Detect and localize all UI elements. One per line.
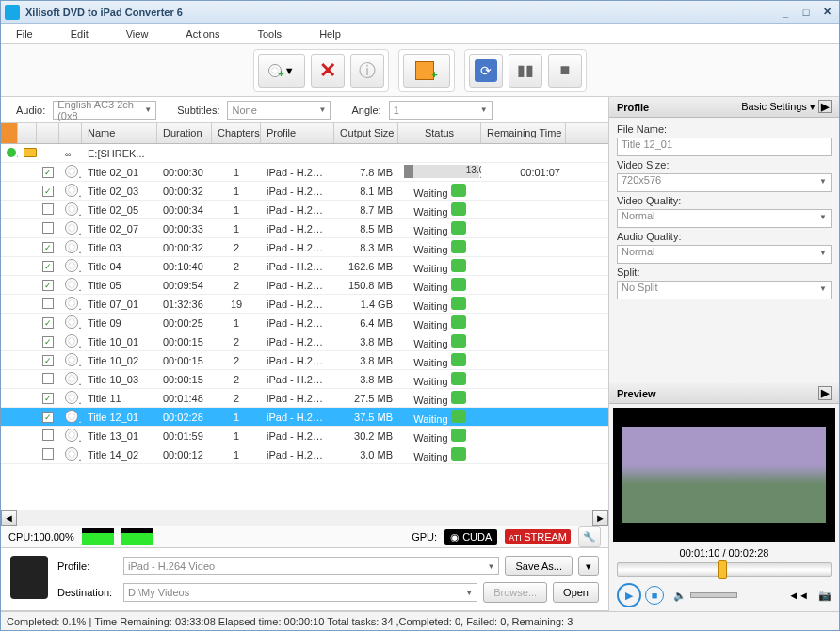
field-input[interactable]: Title 12_01	[617, 138, 832, 156]
field-input[interactable]: No Split	[617, 281, 832, 299]
table-row[interactable]: ✓ Title 04 00:10:40 2 iPad - H.264 ... 1…	[1, 257, 608, 276]
table-row[interactable]: ✓ Title 05 00:09:54 2 iPad - H.264 ... 1…	[1, 276, 608, 295]
table-row[interactable]: Title 07_01 01:32:36 19 iPad - H.264 ...…	[1, 295, 608, 314]
waiting-icon	[451, 447, 466, 461]
angle-select[interactable]: 1	[389, 101, 493, 120]
cell-profile: iPad - H.264 ...	[261, 167, 334, 178]
root-row[interactable]: ∞ E:[SHREK...	[1, 144, 608, 163]
menu-help[interactable]: Help	[319, 28, 341, 40]
table-row[interactable]: ✓ Title 02_01 00:00:30 1 iPad - H.264 ..…	[1, 163, 608, 182]
menu-edit[interactable]: Edit	[71, 28, 89, 40]
profile-menu-button[interactable]: ▾	[578, 556, 599, 576]
prev-frame-icon[interactable]: ◄◄	[788, 590, 809, 601]
table-row[interactable]: Title 10_03 00:00:15 2 iPad - H.264 ... …	[1, 370, 608, 389]
checkbox[interactable]: ✓	[42, 317, 54, 329]
menu-file[interactable]: File	[16, 28, 33, 40]
menu-view[interactable]: View	[126, 28, 149, 40]
scroll-right-icon[interactable]: ►	[592, 510, 608, 526]
checkbox[interactable]: ✓	[42, 393, 54, 404]
field-input[interactable]: Normal	[617, 209, 832, 228]
checkbox[interactable]: ✓	[42, 412, 54, 423]
checkbox[interactable]: ✓	[42, 167, 54, 178]
open-button[interactable]: Open	[553, 582, 599, 603]
field-input[interactable]: 720x576	[617, 173, 832, 192]
menu-tools[interactable]: Tools	[257, 28, 282, 40]
seek-slider[interactable]	[617, 562, 832, 577]
horizontal-scrollbar[interactable]: ◄ ►	[1, 510, 608, 526]
table-row[interactable]: Title 13_01 00:01:59 1 iPad - H.264 ... …	[1, 427, 608, 445]
volume-icon[interactable]: 🔈	[673, 590, 687, 602]
cell-profile: iPad - H.264 ...	[261, 261, 334, 272]
expand-icon[interactable]: ▶	[818, 100, 832, 113]
clip-button[interactable]: +	[403, 54, 450, 88]
table-row[interactable]: ✓ Title 11 00:01:48 2 iPad - H.264 ... 2…	[1, 389, 608, 408]
field-input[interactable]: Normal	[617, 245, 832, 264]
browse-button[interactable]: Browse...	[483, 582, 547, 603]
stop-button[interactable]: ■	[548, 54, 582, 88]
cell-profile: iPad - H.264 ...	[261, 393, 334, 404]
checkbox[interactable]: ✓	[42, 355, 54, 366]
subtitles-select[interactable]: None	[227, 101, 331, 120]
col-profile[interactable]: Profile	[261, 123, 334, 143]
close-button[interactable]: ✕	[818, 5, 835, 20]
checkbox[interactable]: ✓	[42, 336, 54, 348]
cell-name: Title 02_03	[82, 186, 157, 197]
cell-size: 3.8 MB	[334, 355, 398, 366]
checkbox[interactable]	[42, 203, 54, 215]
convert-button[interactable]: ⟳	[469, 54, 503, 88]
destination-select[interactable]: D:\My Videos	[123, 583, 477, 602]
basic-settings-toggle[interactable]: Basic Settings ▾	[741, 101, 816, 112]
cell-status: Waiting	[398, 447, 481, 462]
pause-button[interactable]: ▮▮	[509, 54, 542, 88]
save-as-button[interactable]: Save As...	[505, 556, 573, 576]
audio-select[interactable]: English AC3 2ch (0x8	[53, 101, 156, 120]
cell-name: Title 02_01	[82, 167, 157, 178]
col-output-size[interactable]: Output Size	[334, 123, 398, 143]
play-button[interactable]: ▶	[617, 583, 641, 607]
checkbox[interactable]	[42, 222, 54, 234]
checkbox[interactable]: ✓	[42, 280, 54, 291]
checkbox[interactable]	[42, 429, 54, 441]
folder-icon	[24, 148, 37, 157]
minimize-button[interactable]: _	[777, 5, 794, 20]
snapshot-icon[interactable]: 📷	[818, 590, 832, 602]
info-button[interactable]: ⓘ	[350, 54, 384, 88]
disc-icon	[65, 410, 78, 423]
table-row[interactable]: Title 02_07 00:00:33 1 iPad - H.264 ... …	[1, 219, 608, 238]
col-name[interactable]: Name	[82, 123, 157, 143]
cell-status: Waiting	[398, 391, 481, 406]
table-row[interactable]: ✓ Title 12_01 00:02:28 1 iPad - H.264 ..…	[1, 408, 608, 427]
menu-actions[interactable]: Actions	[186, 28, 219, 40]
maximize-button[interactable]: □	[798, 5, 815, 20]
cell-size: 8.7 MB	[334, 204, 398, 216]
col-duration[interactable]: Duration	[157, 123, 212, 143]
delete-button[interactable]: ✕	[311, 54, 345, 88]
volume-slider[interactable]	[690, 592, 737, 598]
field-label: Video Quality:	[617, 195, 832, 206]
table-row[interactable]: ✓ Title 02_03 00:00:32 1 iPad - H.264 ..…	[1, 182, 608, 201]
checkbox[interactable]: ✓	[42, 186, 54, 197]
checkbox[interactable]	[42, 373, 54, 384]
table-row[interactable]: ✓ Title 10_01 00:00:15 2 iPad - H.264 ..…	[1, 332, 608, 351]
scroll-left-icon[interactable]: ◄	[1, 510, 17, 526]
table-row[interactable]: ✓ Title 03 00:00:32 2 iPad - H.264 ... 8…	[1, 238, 608, 257]
checkbox[interactable]	[42, 448, 54, 460]
checkbox[interactable]: ✓	[42, 242, 54, 253]
table-row[interactable]: Title 02_05 00:00:34 1 iPad - H.264 ... …	[1, 201, 608, 219]
file-table: Name Duration Chapters Profile Output Si…	[1, 123, 608, 510]
checkbox[interactable]: ✓	[42, 261, 54, 272]
table-row[interactable]: ✓ Title 09 00:00:25 1 iPad - H.264 ... 6…	[1, 314, 608, 332]
table-row[interactable]: Title 14_02 00:00:12 1 iPad - H.264 ... …	[1, 445, 608, 464]
col-remaining[interactable]: Remaining Time	[481, 123, 566, 143]
preview-expand-icon[interactable]: ▶	[818, 386, 832, 400]
col-chapters[interactable]: Chapters	[212, 123, 261, 143]
profile-select[interactable]: iPad - H.264 Video	[123, 557, 499, 575]
menubar: FileEditViewActionsToolsHelp	[1, 24, 839, 44]
cell-name: Title 11	[82, 393, 157, 404]
table-row[interactable]: ✓ Title 10_02 00:00:15 2 iPad - H.264 ..…	[1, 351, 608, 370]
col-status[interactable]: Status	[398, 123, 481, 143]
stop-playback-button[interactable]: ■	[645, 586, 664, 605]
settings-button[interactable]: 🔧	[578, 526, 601, 547]
load-dvd-button[interactable]: + ▼	[258, 54, 305, 88]
checkbox[interactable]	[42, 298, 54, 309]
